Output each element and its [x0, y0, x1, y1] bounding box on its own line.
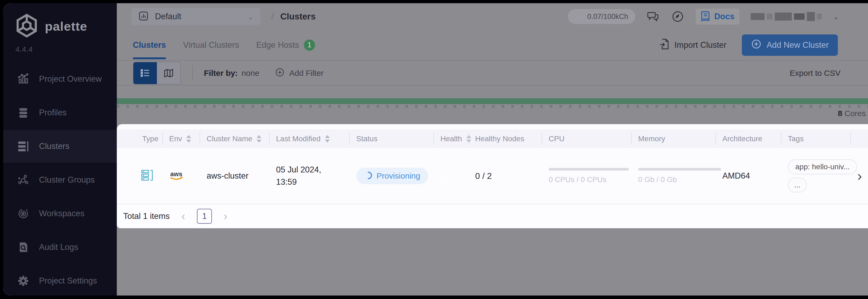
cluster-type-icon: [140, 178, 154, 183]
cell-last-modified: 05 Jul 2024, 13:59: [269, 164, 349, 189]
sidebar-item-label: Project Overview: [39, 74, 101, 84]
pagination-next-icon[interactable]: ›: [224, 211, 227, 222]
column-env[interactable]: Env: [162, 130, 199, 148]
table-row[interactable]: aws aws-cluster 05 Jul 2024, 13:59: [117, 148, 868, 204]
cell-tags: app: hello-univ... ...: [781, 159, 850, 193]
map-icon: [163, 68, 175, 78]
tab-edge-hosts[interactable]: Edge Hosts 1: [256, 30, 315, 60]
book-icon: [701, 11, 711, 23]
breadcrumb-page: Clusters: [280, 11, 316, 22]
svg-text:aws: aws: [170, 170, 182, 177]
column-label: Last Modified: [276, 135, 321, 143]
column-label: Memory: [638, 135, 665, 143]
aws-logo-icon: aws: [169, 177, 184, 182]
clusters-table-panel: Type Env Cluster Name Last Modified: [117, 124, 868, 228]
column-cluster-name[interactable]: Cluster Name: [199, 130, 269, 148]
pagination-prev-icon[interactable]: ‹: [182, 211, 185, 222]
breadcrumb: / Clusters: [271, 8, 316, 25]
more-tags-pill[interactable]: ...: [788, 177, 807, 193]
list-view-button[interactable]: [133, 62, 157, 84]
add-filter-button[interactable]: Add Filter: [275, 67, 323, 79]
column-label: Type: [142, 135, 158, 143]
palette-app: palette 4.4.4 Project Overview: [0, 0, 868, 299]
app-shell: palette 4.4.4 Project Overview: [3, 3, 868, 296]
sort-arrows-icon: [256, 135, 261, 142]
gear-icon: [17, 275, 29, 287]
pagination-page-1[interactable]: 1: [197, 209, 212, 224]
file-import-icon: [659, 38, 670, 52]
chevron-down-icon[interactable]: ⌄: [833, 12, 839, 21]
layers-icon: [17, 106, 29, 119]
logo: palette: [14, 13, 87, 39]
add-filter-label: Add Filter: [289, 69, 323, 78]
doc-search-icon: [17, 241, 29, 253]
chevron-right-icon[interactable]: ›: [857, 168, 862, 184]
sidebar-item-audit-logs[interactable]: Audit Logs: [3, 231, 117, 264]
sidebar-item-label: Clusters: [39, 141, 69, 151]
map-view-button[interactable]: [157, 62, 180, 84]
cell-row-expand: ›: [850, 169, 868, 183]
chevron-down-icon: ⌄: [247, 12, 254, 21]
column-healthy-nodes: Healthy Nodes: [468, 130, 542, 148]
modified-time: 13:59: [276, 176, 349, 189]
plus-circle-icon: [751, 39, 762, 52]
cpu-usage-bar: [549, 168, 629, 171]
capacity-meter-ticks: [117, 105, 868, 108]
sidebar-item-profiles[interactable]: Profiles: [3, 96, 117, 129]
orbit-icon: [17, 207, 29, 220]
export-csv-button[interactable]: Export to CSV: [790, 69, 840, 78]
tabs-actions: Import Cluster Add New Cluster: [659, 34, 868, 56]
sidebar-item-project-settings[interactable]: Project Settings: [3, 265, 117, 296]
add-new-cluster-button[interactable]: Add New Cluster: [742, 34, 838, 56]
tab-label: Virtual Clusters: [183, 40, 239, 50]
modified-date: 05 Jul 2024,: [276, 164, 349, 176]
column-label: CPU: [549, 135, 564, 143]
tab-label: Edge Hosts: [256, 40, 299, 50]
sidebar-item-label: Workspaces: [39, 209, 85, 219]
column-label: Healthy Nodes: [475, 135, 524, 143]
sidebar-item-clusters[interactable]: Clusters: [3, 130, 117, 163]
column-label: Cluster Name: [207, 135, 252, 143]
cell-cluster-name[interactable]: aws-cluster: [199, 171, 269, 181]
tabs-row: Clusters Virtual Clusters Edge Hosts 1: [117, 30, 868, 61]
project-selector-value: Default: [155, 12, 181, 21]
pagination: Total 1 items ‹ 1 ›: [117, 204, 868, 228]
sort-arrows-icon: [186, 135, 191, 142]
logo-text: palette: [45, 19, 87, 34]
filter-by-label: Filter by:: [204, 69, 238, 78]
user-name-redacted[interactable]: [751, 12, 822, 21]
compass-icon[interactable]: [671, 10, 684, 23]
network-icon: [17, 174, 29, 186]
column-status: Status: [349, 130, 433, 148]
divider: [192, 65, 193, 81]
docs-label: Docs: [714, 12, 735, 21]
sidebar: palette 4.4.4 Project Overview: [3, 3, 117, 296]
cell-env: aws: [162, 170, 199, 182]
sidebar-item-label: Project Settings: [39, 276, 97, 286]
cell-cpu: 0 CPUs / 0 CPUs: [542, 168, 631, 184]
sidebar-item-project-overview[interactable]: Project Overview: [3, 63, 117, 95]
import-cluster-button[interactable]: Import Cluster: [659, 38, 726, 52]
column-label: Env: [169, 135, 182, 143]
column-actions: [850, 130, 868, 148]
column-last-modified[interactable]: Last Modified: [269, 130, 349, 148]
cell-status: Provisioning: [349, 168, 433, 184]
docs-link[interactable]: Docs: [695, 8, 740, 25]
tab-virtual-clusters[interactable]: Virtual Clusters: [183, 30, 239, 60]
table-header: Type Env Cluster Name Last Modified: [117, 130, 868, 148]
main-content: Default ⌄ / Clusters 0.07/100kCh: [117, 3, 868, 296]
tab-label: Clusters: [133, 40, 166, 50]
column-label: Health: [440, 135, 462, 143]
status-text: Provisioning: [376, 171, 420, 180]
usage-value: 0.07/100kCh: [587, 12, 628, 21]
capacity-value: 8: [838, 109, 842, 118]
capacity-label: 8 Cores: [838, 109, 866, 118]
column-health[interactable]: Health: [433, 130, 468, 148]
chat-icon[interactable]: [647, 10, 660, 23]
sidebar-item-workspaces[interactable]: Workspaces: [3, 197, 117, 230]
tag-pill[interactable]: app: hello-univ...: [788, 159, 857, 174]
project-selector[interactable]: Default ⌄: [131, 8, 260, 25]
tab-clusters[interactable]: Clusters: [133, 30, 166, 60]
sidebar-nav: Project Overview Profiles: [3, 63, 117, 296]
sidebar-item-cluster-groups[interactable]: Cluster Groups: [3, 164, 117, 196]
